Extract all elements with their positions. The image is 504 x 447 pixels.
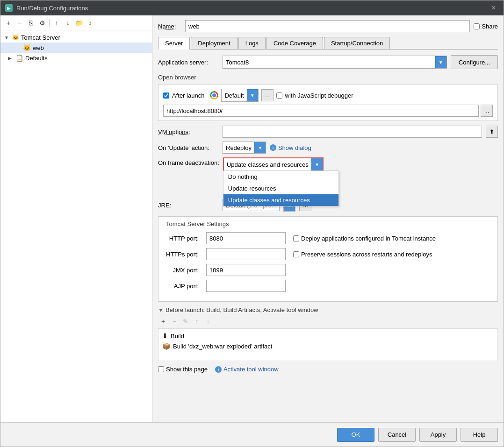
- tab-server[interactable]: Server: [158, 37, 190, 50]
- dialog-title: Run/Debug Configurations: [16, 5, 88, 12]
- browser-box: After launch Default ▼ … with JavaScript…: [158, 85, 498, 121]
- remove-config-button[interactable]: −: [14, 18, 25, 28]
- js-debugger-label: with JavaScript debugger: [285, 92, 353, 99]
- move-down-button[interactable]: ↓: [63, 18, 73, 28]
- bl-item-artifact[interactable]: 📦 Build 'dxz_web:war exploded' artifact: [160, 341, 496, 351]
- tree-arrow-tomcat: ▼: [4, 35, 10, 40]
- cancel-button[interactable]: Cancel: [378, 428, 416, 442]
- name-row: Name: Share: [158, 20, 498, 32]
- bl-item-build[interactable]: ⬇ Build: [160, 331, 496, 341]
- jmx-port-row: JMX port:: [166, 264, 490, 276]
- chrome-icon: [210, 91, 218, 99]
- tab-code-coverage[interactable]: Code Coverage: [266, 37, 323, 49]
- activate-label: Activate tool window: [223, 366, 279, 373]
- bl-down-button[interactable]: ↓: [203, 316, 213, 326]
- show-dialog-label: Show dialog: [278, 144, 311, 151]
- before-launch-section: ▼ Before launch: Build, Build Artifacts,…: [158, 306, 498, 361]
- bl-remove-button[interactable]: −: [169, 316, 180, 326]
- on-update-label: On 'Update' action:: [158, 144, 219, 151]
- http-port-row: HTTP port: Deploy applications configure…: [166, 232, 490, 244]
- toolbar-separator: [49, 19, 50, 27]
- share-checkbox[interactable]: [474, 23, 480, 29]
- close-button[interactable]: ×: [489, 3, 499, 13]
- app-server-label: Application server:: [158, 59, 219, 66]
- sidebar-item-defaults[interactable]: ▶ 📋 Defaults: [0, 53, 152, 63]
- vm-options-label: VM options:: [158, 128, 219, 135]
- http-port-input[interactable]: [206, 232, 286, 244]
- app-server-dropdown[interactable]: Tomcat8 ▼: [223, 56, 447, 69]
- deploy-tomcat-checkbox[interactable]: [293, 235, 299, 241]
- after-launch-checkbox[interactable]: [163, 92, 169, 99]
- share-label: Share: [482, 23, 498, 30]
- vm-expand-button[interactable]: ⬆: [486, 126, 498, 138]
- tab-logs[interactable]: Logs: [238, 37, 266, 49]
- deploy-tomcat-label: Deploy applications configured in Tomcat…: [301, 235, 436, 242]
- show-page-option: Show this page: [158, 366, 208, 373]
- on-update-dropdown[interactable]: Redeploy ▼: [223, 142, 266, 154]
- preserve-sessions-checkbox-row: Preserve sessions across restarts and re…: [293, 251, 432, 258]
- browser-arrow[interactable]: ▼: [247, 89, 258, 101]
- js-debugger-checkbox[interactable]: [276, 92, 282, 99]
- browser-row: After launch Default ▼ … with JavaScript…: [163, 89, 493, 102]
- on-update-arrow[interactable]: ▼: [254, 142, 266, 153]
- on-frame-arrow[interactable]: ▼: [311, 158, 323, 170]
- ajp-port-input[interactable]: [206, 280, 286, 292]
- bl-edit-button[interactable]: ✎: [180, 316, 191, 326]
- frame-option-classes[interactable]: Update classes and resources: [223, 194, 338, 206]
- before-launch-title: Before launch: Build, Build Artifacts, A…: [166, 306, 318, 313]
- edit-defaults-button[interactable]: ⚙: [37, 18, 47, 28]
- browser-dropdown[interactable]: Default ▼: [221, 89, 258, 102]
- app-server-arrow[interactable]: ▼: [435, 56, 446, 68]
- jmx-port-input[interactable]: [206, 264, 286, 276]
- https-port-row: HTTPs port: Preserve sessions across res…: [166, 248, 490, 260]
- browser-value: Default: [222, 89, 246, 101]
- sidebar-tree: ▼ 🐱 Tomcat Server 🐱 web ▶ 📋 Defaults: [0, 30, 152, 422]
- frame-option-nothing[interactable]: Do nothing: [223, 171, 338, 183]
- url-more-button[interactable]: …: [481, 105, 493, 117]
- bl-up-button[interactable]: ↑: [192, 316, 202, 326]
- bottom-options: Show this page i Activate tool window: [158, 366, 498, 373]
- copy-config-button[interactable]: ⎘: [26, 18, 36, 28]
- name-input[interactable]: [185, 20, 470, 32]
- add-config-button[interactable]: +: [3, 18, 14, 28]
- frame-option-resources[interactable]: Update resources: [223, 183, 338, 194]
- help-button[interactable]: Help: [461, 428, 498, 442]
- apply-button[interactable]: Apply: [419, 428, 457, 442]
- activate-tool-window-button[interactable]: i Activate tool window: [215, 366, 279, 373]
- ok-button[interactable]: OK: [337, 428, 374, 442]
- on-frame-dropdown-container: Update classes and resources ▼ Do nothin…: [223, 157, 324, 171]
- jmx-port-label: JMX port:: [166, 267, 199, 274]
- before-launch-list: ⬇ Build 📦 Build 'dxz_web:war exploded' a…: [158, 328, 498, 361]
- vm-options-input[interactable]: [223, 126, 482, 138]
- title-bar-left: ▶ Run/Debug Configurations: [5, 4, 88, 12]
- bl-build-label: Build: [171, 333, 184, 340]
- show-page-checkbox[interactable]: [158, 366, 164, 372]
- sidebar-item-tomcat-server[interactable]: ▼ 🐱 Tomcat Server: [0, 32, 152, 43]
- preserve-sessions-checkbox[interactable]: [293, 251, 299, 257]
- browser-more-button[interactable]: …: [261, 89, 274, 101]
- share-checkbox-row: Share: [474, 23, 498, 30]
- folder-button[interactable]: 📁: [74, 18, 84, 28]
- web-icon: 🐱: [23, 44, 31, 51]
- sort-button[interactable]: ↕: [85, 18, 95, 28]
- url-input[interactable]: [163, 105, 479, 117]
- before-launch-toolbar: + − ✎ ↑ ↓: [158, 316, 498, 326]
- after-launch-label: After launch: [172, 92, 204, 99]
- sidebar-item-web[interactable]: 🐱 web: [0, 43, 152, 53]
- defaults-label: Defaults: [25, 55, 48, 62]
- tab-startup-connection[interactable]: Startup/Connection: [324, 37, 390, 49]
- tab-deployment[interactable]: Deployment: [191, 37, 237, 49]
- defaults-icon: 📋: [15, 54, 23, 62]
- bl-artifact-label: Build 'dxz_web:war exploded' artifact: [173, 343, 272, 350]
- https-port-label: HTTPs port:: [166, 251, 199, 258]
- configure-button[interactable]: Configure...: [451, 55, 498, 69]
- move-up-button[interactable]: ↑: [51, 18, 62, 28]
- show-page-label: Show this page: [166, 366, 208, 373]
- on-frame-dropdown[interactable]: Update classes and resources ▼: [223, 157, 324, 171]
- tomcat-settings-title: Tomcat Server Settings: [166, 220, 490, 227]
- show-dialog-button[interactable]: i Show dialog: [270, 144, 311, 151]
- name-label: Name:: [158, 23, 181, 30]
- tomcat-settings-box: Tomcat Server Settings HTTP port: Deploy…: [158, 216, 498, 302]
- https-port-input[interactable]: [206, 248, 286, 260]
- bl-add-button[interactable]: +: [158, 316, 168, 326]
